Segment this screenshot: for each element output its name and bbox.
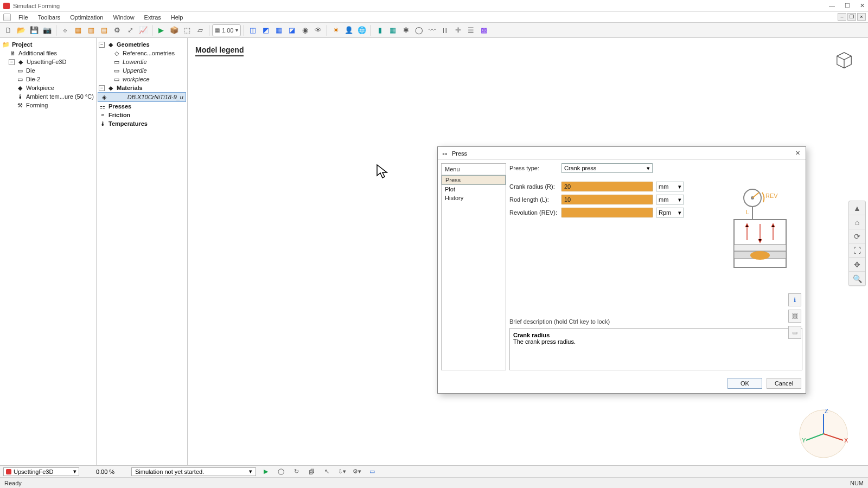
tree-item[interactable]: workpiece — [123, 76, 150, 82]
file-icon[interactable] — [3, 14, 11, 21]
arrows-icon[interactable]: ⤢ — [124, 24, 136, 36]
menu-file[interactable]: File — [14, 13, 33, 22]
tree-item[interactable]: Upperdie — [123, 67, 147, 74]
time-combo[interactable]: ▦ 1.00 ▾ — [212, 24, 241, 36]
center-icon[interactable]: ✛ — [452, 24, 464, 36]
sim-settings-icon[interactable]: ⚙▾ — [352, 467, 362, 477]
vt-expand-icon[interactable]: ▲ — [849, 201, 865, 215]
crank-radius-input[interactable] — [561, 182, 653, 191]
layers-icon[interactable]: ☰ — [465, 24, 477, 36]
circle-icon[interactable]: ◯ — [413, 24, 425, 36]
tree-item[interactable]: Geometries — [117, 41, 150, 48]
process-combo[interactable]: UpsettingFe3D▾ — [3, 467, 79, 476]
star-icon[interactable]: ✷ — [330, 24, 342, 36]
grid-icon[interactable]: ▦ — [387, 24, 399, 36]
vt-zoom-icon[interactable]: 🔍 — [849, 272, 865, 286]
screen-button[interactable]: ▭ — [788, 326, 801, 339]
resource-tree[interactable]: −◆Geometries ◇Referenc...ometries ▭Lower… — [97, 38, 188, 465]
sim-window-icon[interactable]: ▭ — [367, 467, 378, 477]
tree-item[interactable]: Lowerdie — [123, 59, 147, 65]
tree-item[interactable]: Workpiece — [26, 85, 54, 91]
tree-item[interactable]: Friction — [108, 112, 130, 118]
globe-icon[interactable]: 🌐 — [356, 24, 368, 36]
collapse-toggle[interactable]: − — [99, 85, 105, 91]
bars-icon[interactable]: ⫼ — [439, 24, 451, 36]
box-icon[interactable]: 📦 — [168, 24, 180, 36]
camera-icon[interactable]: 📷 — [41, 24, 53, 36]
tree-item[interactable]: UpsettingFe3D — [27, 59, 66, 65]
cube3-icon[interactable]: ▤ — [98, 24, 110, 36]
menu-item-history[interactable]: History — [442, 194, 506, 202]
press-type-select[interactable]: Crank press▾ — [561, 163, 653, 173]
image-button[interactable]: 🖼 — [788, 310, 801, 323]
sim-stop-icon[interactable]: ◯ — [276, 467, 286, 477]
tree-item[interactable]: Ambient tem...ure (50 °C) — [26, 93, 94, 100]
vt-home-icon[interactable]: ⌂ — [849, 215, 865, 229]
new-icon[interactable]: 🗋 — [2, 24, 14, 36]
wire-icon[interactable]: ◫ — [247, 24, 259, 36]
mdi-restore-button[interactable]: ❐ — [847, 13, 856, 21]
menu-window[interactable]: Window — [108, 13, 138, 22]
tree-item[interactable]: DB.X10CrNiTi18-9_u — [127, 94, 183, 100]
collapse-toggle[interactable]: − — [99, 42, 105, 48]
scale-icon[interactable]: ▮ — [374, 24, 386, 36]
menu-optimization[interactable]: Optimization — [66, 13, 107, 22]
maximize-button[interactable]: ☐ — [845, 2, 850, 9]
vt-fit-icon[interactable]: ⛶ — [849, 243, 865, 258]
tree-item[interactable]: Temperatures — [108, 120, 148, 127]
eye-icon[interactable]: ◉ — [299, 24, 311, 36]
tree-item[interactable]: Materials — [117, 85, 143, 91]
viewport[interactable]: Model legend ▲ ⌂ ⟳ ⛶ ✥ 🔍 ENGPEDi — [188, 38, 868, 465]
chart-icon[interactable]: 📈 — [137, 24, 149, 36]
tree-item[interactable]: Die-2 — [26, 76, 40, 82]
tree-item[interactable]: Forming — [26, 102, 48, 108]
mesh-icon[interactable]: ▦ — [273, 24, 285, 36]
minimize-button[interactable]: — — [829, 2, 835, 9]
crank-radius-unit[interactable]: mm▾ — [656, 182, 684, 191]
mdi-close-button[interactable]: × — [857, 13, 866, 21]
menu-toolbars[interactable]: Toolbars — [34, 13, 65, 22]
project-tree[interactable]: 📁Project 🗎Additional files −◆UpsettingFe… — [0, 38, 97, 465]
sim-cursor-icon[interactable]: ↖ — [321, 467, 332, 477]
sim-log-icon[interactable]: 🗐 — [306, 467, 317, 477]
info-button[interactable]: ℹ — [788, 293, 801, 306]
dialog-close-button[interactable]: ✕ — [793, 150, 802, 157]
settings-icon[interactable]: ⚙ — [111, 24, 123, 36]
close-button[interactable]: ✕ — [860, 2, 865, 9]
sim-play-icon[interactable]: ▶ — [260, 467, 271, 477]
tree-item[interactable]: Referenc...ometries — [123, 50, 175, 56]
sim-export-icon[interactable]: ⇩▾ — [336, 467, 347, 477]
tree-item[interactable]: Additional files — [18, 50, 57, 56]
tree-item[interactable]: Presses — [108, 103, 131, 110]
play-icon[interactable]: ▶ — [155, 24, 167, 36]
user-icon[interactable]: 👤 — [343, 24, 355, 36]
sim-status[interactable]: Simulation not yet started.▾ — [131, 467, 256, 476]
menu-help[interactable]: Help — [167, 13, 188, 22]
save-icon[interactable]: 💾 — [28, 24, 40, 36]
rod-length-input[interactable] — [561, 195, 653, 204]
vt-rotate-icon[interactable]: ⟳ — [849, 229, 865, 243]
wave-icon[interactable]: 〰 — [426, 24, 438, 36]
plane-icon[interactable]: ▱ — [194, 24, 206, 36]
cancel-button[interactable]: Cancel — [767, 378, 801, 389]
menu-extras[interactable]: Extras — [140, 13, 165, 22]
spark-icon[interactable]: ✱ — [400, 24, 412, 36]
vt-pan-icon[interactable]: ✥ — [849, 258, 865, 272]
ok-button[interactable]: OK — [727, 378, 762, 389]
cube2-icon[interactable]: ▥ — [85, 24, 97, 36]
sim-refresh-icon[interactable]: ↻ — [291, 467, 302, 477]
field-icon[interactable]: ▩ — [478, 24, 490, 36]
view-icon[interactable]: 👁 — [312, 24, 324, 36]
rod-length-unit[interactable]: mm▾ — [656, 195, 684, 204]
shade-icon[interactable]: ◩ — [260, 24, 272, 36]
open-icon[interactable]: 📂 — [15, 24, 27, 36]
tool-icon[interactable]: ⟐ — [59, 24, 71, 36]
revolution-unit[interactable]: Rpm▾ — [656, 208, 684, 217]
solid-icon[interactable]: ◪ — [286, 24, 298, 36]
container-icon[interactable]: ⬚ — [181, 24, 193, 36]
menu-item-press[interactable]: Press — [442, 175, 506, 185]
mdi-minimize-button[interactable]: – — [838, 13, 846, 21]
tree-item[interactable]: Die — [26, 67, 35, 74]
revolution-input[interactable] — [561, 208, 653, 217]
collapse-toggle[interactable]: − — [9, 59, 15, 65]
